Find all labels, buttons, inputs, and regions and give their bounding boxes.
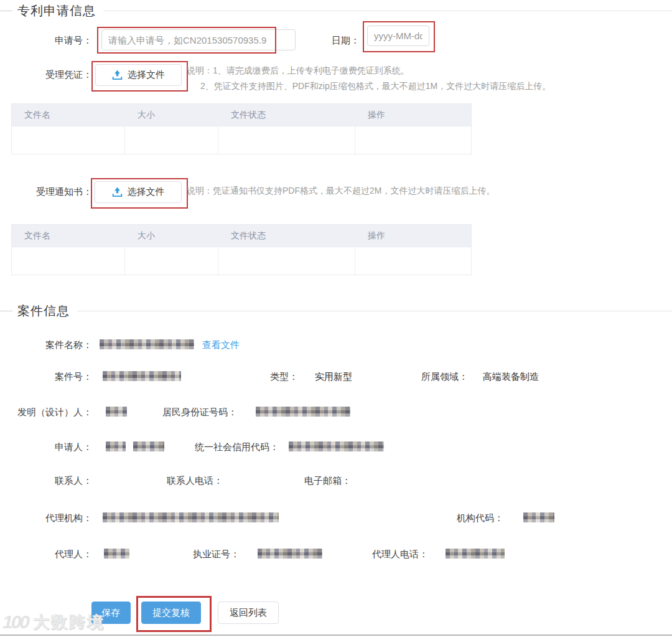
divider-dash [0,311,12,311]
col-actions: 操作 [355,230,471,242]
redacted-applicant-2 [133,441,164,451]
upload-icon [112,187,123,197]
domain-label: 所属领域： [421,371,468,383]
type-label: 类型： [270,371,298,383]
notice-note: 说明：凭证通知书仅支持PDF格式，最大不超过2M，文件过大时请压缩后上传。 [187,186,495,197]
case-no-label: 案件号： [0,371,92,383]
agent-label: 代理人： [0,549,92,560]
empty-cell [125,126,218,154]
redacted-case-no [103,371,181,381]
view-file-link[interactable]: 查看文件 [202,339,240,351]
empty-cell [355,247,471,275]
submit-review-button[interactable]: 提交复核 [141,602,201,624]
empty-cell [12,247,125,275]
section-header-patent: 专利申请信息 [0,1,672,20]
case-name-label: 案件名称： [0,339,92,351]
agency-label: 代理机构： [0,512,92,524]
back-to-list-button[interactable]: 返回列表 [218,602,279,624]
bottom-divider [0,635,672,636]
empty-cell [218,126,355,154]
redacted-agency [103,512,279,522]
col-status: 文件状态 [218,230,355,242]
divider-dash [0,11,12,11]
application-no-input[interactable] [101,29,296,50]
redacted-license-no [258,549,322,559]
voucher-label: 受理凭证： [0,69,92,81]
applicant-label: 申请人： [0,441,92,453]
redacted-case-name [100,339,194,349]
col-filename: 文件名 [12,110,125,121]
redacted-agent [104,549,129,559]
empty-table-row [11,126,472,154]
col-actions: 操作 [355,110,471,121]
watermark-logo: 100 [2,613,28,631]
type-value: 实用新型 [315,371,352,383]
watermark-text: 大数跨境 [33,613,105,631]
empty-table-row [11,247,472,275]
table-header-row: 文件名 大小 文件状态 操作 [11,103,472,126]
watermark: 100 大数跨境 [2,613,105,631]
license-no-label: 执业证号： [193,549,240,560]
date-input[interactable] [367,26,429,46]
notice-file-table: 文件名 大小 文件状态 操作 [11,224,472,275]
patent-application-page: 专利申请信息 申请号： 日期： 受理凭证： 选择文件 说明：1、请完成缴费后，上… [0,0,672,637]
col-filename: 文件名 [12,230,125,242]
email-label: 电子邮箱： [304,475,351,487]
empty-cell [355,126,471,154]
domain-value: 高端装备制造 [483,371,539,383]
table-header-row: 文件名 大小 文件状态 操作 [11,224,472,247]
section-title-case: 案件信息 [17,303,70,319]
section-title-patent: 专利申请信息 [17,2,96,19]
empty-cell [12,126,125,154]
voucher-choose-file-label: 选择文件 [128,69,165,81]
col-status: 文件状态 [218,110,355,121]
upload-icon [112,70,123,80]
inventor-label: 发明（设计）人： [0,407,92,418]
voucher-note-line1: 说明：1、请完成缴费后，上传专利电子缴费凭证到系统。 [187,65,409,77]
col-size: 大小 [125,230,218,242]
contact-label: 联系人： [0,475,92,487]
redacted-agent-phone [446,549,505,559]
id-no-label: 居民身份证号码： [162,407,237,418]
date-label: 日期： [268,35,360,47]
col-size: 大小 [125,110,218,121]
credit-code-label: 统一社会信用代码： [195,441,279,453]
agency-code-label: 机构代码： [457,512,503,524]
empty-cell [218,247,355,275]
divider-line [103,11,672,11]
voucher-choose-file-button[interactable]: 选择文件 [95,64,182,86]
empty-cell [125,247,218,275]
redacted-agency-code [523,512,554,522]
application-no-label: 申请号： [0,35,92,47]
section-header-case: 案件信息 [0,301,672,320]
redacted-id-no [256,407,350,417]
divider-line [77,311,672,311]
notice-choose-file-label: 选择文件 [128,186,165,198]
redacted-credit-code [289,441,384,451]
agent-phone-label: 代理人电话： [372,549,428,560]
contact-phone-label: 联系人电话： [167,475,223,487]
notice-choose-file-button[interactable]: 选择文件 [95,181,182,203]
redacted-inventor [106,407,127,417]
voucher-file-table: 文件名 大小 文件状态 操作 [11,103,472,154]
voucher-note-line2: 2、凭证文件支持图片、PDF和zip压缩包格式，最大不超过1M，文件过大时请压缩… [200,81,551,92]
redacted-applicant-1 [106,441,126,451]
notice-label: 受理通知书： [0,186,92,198]
